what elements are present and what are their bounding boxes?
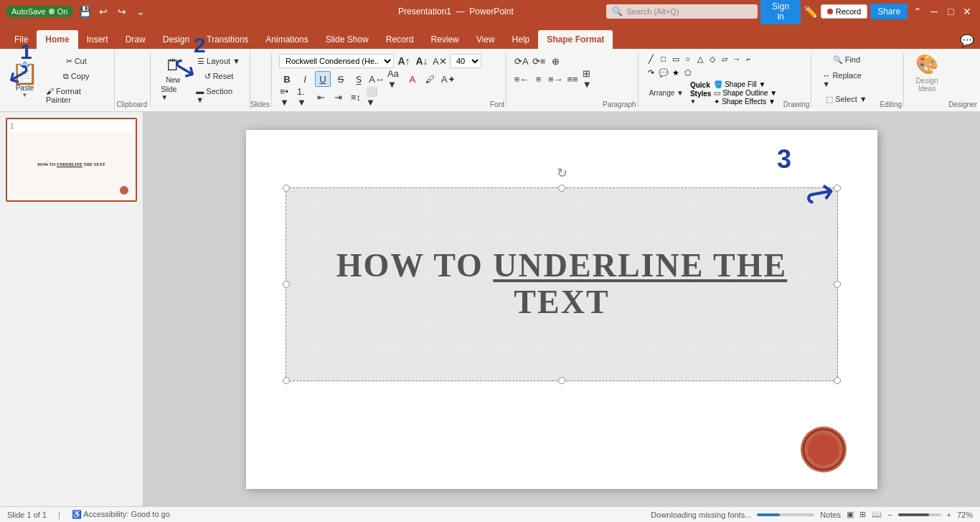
text-direction-button[interactable]: ⟳A [514, 53, 529, 69]
save-icon[interactable]: 💾 [77, 4, 92, 19]
close-icon[interactable]: ✕ [961, 4, 974, 19]
decrease-font-button[interactable]: A↓ [414, 53, 430, 69]
shape-triangle[interactable]: △ [694, 53, 706, 65]
tab-record[interactable]: Record [377, 30, 423, 49]
align-center-button[interactable]: ≡ [531, 71, 546, 87]
paste-dropdown[interactable]: ▼ [22, 92, 28, 98]
shape-right-angle[interactable]: ⌐ [743, 53, 755, 65]
font-name-select[interactable]: Rockwell Condensed (He... [279, 54, 394, 68]
comments-icon[interactable]: 💬 [960, 34, 974, 47]
shape-oval[interactable]: ○ [682, 53, 694, 65]
customize-qat-icon[interactable]: ⌄ [133, 4, 148, 19]
share-button[interactable]: Share [870, 4, 908, 19]
format-painter-button[interactable]: 🖌 Format Painter [42, 85, 110, 106]
shape-curved-arrow[interactable]: ↷ [646, 67, 657, 78]
quick-styles-dropdown[interactable]: ▼ [690, 98, 711, 105]
convert-smartart-button[interactable]: ⟳≡ [531, 53, 547, 69]
highlight-button[interactable]: 🖊 [423, 71, 438, 87]
tab-review[interactable]: Review [422, 30, 467, 49]
font-size-select[interactable]: 40 [450, 54, 481, 68]
shadow-button[interactable]: S̲ [351, 71, 367, 87]
tab-help[interactable]: Help [504, 30, 539, 49]
autosave-toggle[interactable]: AutoSave On [6, 6, 73, 17]
shape-outline-button[interactable]: ▭ Shape Outline ▼ [714, 89, 777, 97]
shape-callout[interactable]: 💬 [658, 67, 669, 78]
justify-button[interactable]: ≡≡ [565, 71, 580, 87]
font-color-button[interactable]: A [405, 71, 420, 87]
notes-button[interactable]: Notes [820, 511, 841, 519]
cut-button[interactable]: ✂ Cut [42, 55, 110, 68]
new-slide-button[interactable]: 🗒 New Slide ▼ [156, 53, 189, 104]
numbering-button[interactable]: 1. ▼ [296, 89, 312, 105]
search-bar[interactable]: 🔍 Search (Alt+Q) [606, 4, 758, 19]
increase-indent-button[interactable]: ⇥ [331, 89, 347, 105]
char-spacing-button[interactable]: A↔ [369, 71, 385, 87]
view-slidesorter-icon[interactable]: ⊞ [859, 510, 866, 519]
add-smartart-button[interactable]: ⊕ [548, 53, 564, 69]
shape-diamond[interactable]: ◇ [707, 53, 718, 65]
record-button[interactable]: Record [821, 4, 867, 19]
tab-draw[interactable]: Draw [117, 30, 154, 49]
arrange-button[interactable]: Arrange ▼ [646, 87, 687, 99]
change-case-button[interactable]: Aa ▼ [387, 71, 402, 87]
rotate-handle[interactable]: ↻ [557, 165, 567, 175]
undo-icon[interactable]: ↩ [96, 4, 110, 19]
underline-button[interactable]: U [315, 71, 331, 87]
shape-pentagon[interactable]: ⬠ [682, 67, 694, 78]
tab-view[interactable]: View [468, 30, 504, 49]
copy-button[interactable]: ⧉ Copy [42, 70, 110, 83]
feedback-icon[interactable]: ✏️ [804, 5, 818, 19]
columns-para-button[interactable]: ⊞ ▼ [582, 71, 597, 87]
paste-button[interactable]: 📋 Paste ▼ [7, 53, 42, 107]
red-stamp [798, 424, 849, 475]
shape-rounded-rect[interactable]: ▭ [670, 53, 682, 65]
bullets-button[interactable]: ≡• ▼ [279, 89, 295, 105]
ribbon-collapse-icon[interactable]: ⌃ [910, 4, 924, 19]
shape-fill-button[interactable]: 🪣 Shape Fill ▼ [714, 80, 777, 88]
tab-insert[interactable]: Insert [78, 30, 117, 49]
increase-font-button[interactable]: A↑ [396, 53, 412, 69]
view-normal-icon[interactable]: ▣ [847, 510, 854, 519]
select-button[interactable]: ⬚ Select ▼ [819, 93, 874, 106]
reset-button[interactable]: ↺ Reset [192, 70, 245, 83]
strikethrough-button[interactable]: S [333, 71, 349, 87]
section-button[interactable]: ▬ Section ▼ [192, 85, 245, 106]
layout-button[interactable]: ☰ Layout ▼ [192, 55, 245, 68]
zoom-out-icon[interactable]: − [887, 511, 892, 519]
redo-icon[interactable]: ↪ [115, 4, 129, 19]
find-button[interactable]: 🔍 Find [819, 53, 874, 67]
shape-arrow[interactable]: → [731, 53, 743, 65]
bold-button[interactable]: B [279, 71, 295, 87]
ribbon-group-font: Rockwell Condensed (He... A↑ A↓ A✕ 40 B … [273, 50, 487, 110]
italic-button[interactable]: I [297, 71, 313, 87]
tab-transitions[interactable]: Transitions [198, 30, 257, 49]
zoom-slider[interactable] [898, 513, 941, 516]
restore-icon[interactable]: □ [944, 4, 958, 19]
clear-format-button[interactable]: A✕ [432, 53, 448, 69]
zoom-level[interactable]: 72% [957, 511, 973, 519]
shape-rect[interactable]: □ [658, 53, 669, 65]
tab-animations[interactable]: Animations [257, 30, 316, 49]
line-spacing-button[interactable]: ≡↕ [348, 89, 364, 105]
decrease-indent-button[interactable]: ⇤ [314, 89, 329, 105]
shape-effects-button[interactable]: ✦ Shape Effects ▼ [714, 98, 777, 106]
tab-file[interactable]: File [6, 30, 37, 49]
columns-button[interactable]: ⬜ ▼ [365, 89, 381, 105]
text-box[interactable]: HOW TO UNDERLINE THE TEXT ↻ [286, 187, 838, 381]
text-effects-button[interactable]: A✦ [440, 71, 456, 87]
tab-home[interactable]: Home [37, 30, 77, 49]
sign-in-button[interactable]: Sign in [760, 0, 800, 24]
tab-design[interactable]: Design [154, 30, 198, 49]
shape-star[interactable]: ★ [670, 67, 682, 78]
tab-slideshow[interactable]: Slide Show [317, 30, 377, 49]
shape-line[interactable]: ╱ [646, 53, 657, 65]
align-left-button[interactable]: ≡← [514, 71, 529, 87]
slide-thumbnail-1[interactable]: 1 HOW TO UNDERLINE THE TEXT [6, 118, 137, 202]
minimize-icon[interactable]: ─ [927, 4, 941, 19]
view-reading-icon[interactable]: 📖 [872, 510, 882, 519]
replace-button[interactable]: ↔ Replace ▼ [819, 69, 874, 90]
zoom-in-icon[interactable]: + [947, 511, 951, 519]
shape-parallelogram[interactable]: ▱ [719, 53, 730, 65]
tab-shape-format[interactable]: Shape Format [538, 30, 613, 49]
align-right-button[interactable]: ≡→ [547, 71, 563, 87]
